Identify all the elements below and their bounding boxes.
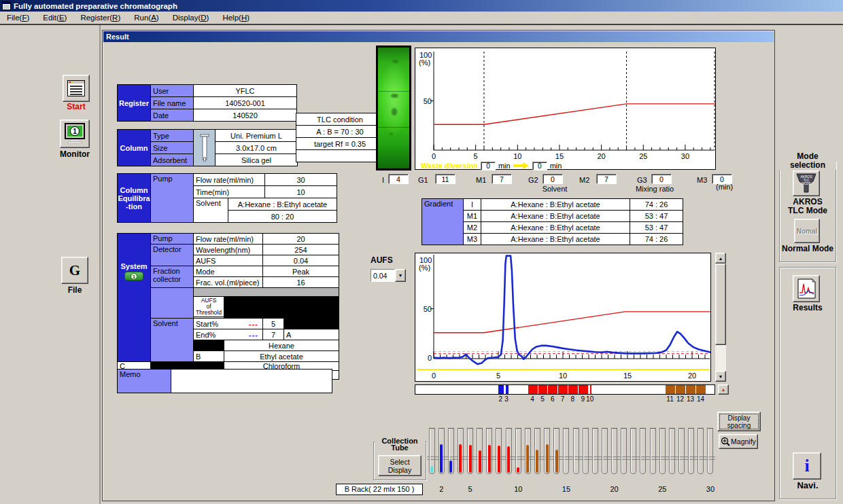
chart-scrollbar[interactable]: ▲ ▼: [715, 253, 726, 382]
system-fracvol-value[interactable]: 16: [263, 277, 339, 287]
navi-button[interactable]: i: [793, 452, 821, 480]
gradient-solvent-m3[interactable]: A:Hexane : B:Ethyl acetate: [481, 234, 630, 245]
system-end-threshold-value[interactable]: 7: [263, 329, 283, 340]
select-display-button[interactable]: SelectDisplay: [378, 455, 422, 476]
fraction-bar-spin-button[interactable]: ▲: [718, 384, 729, 395]
collection-tube-19[interactable]: [602, 428, 608, 474]
segment-field-G3[interactable]: 0: [651, 174, 672, 184]
column-type-value[interactable]: Uni. Premium L: [216, 130, 297, 141]
scroll-down-icon[interactable]: ▼: [715, 371, 726, 382]
display-spacing-button[interactable]: Displayspacing: [717, 412, 761, 431]
collection-tube-17[interactable]: [583, 428, 589, 474]
collection-tube-27[interactable]: [678, 428, 685, 474]
g-file-button[interactable]: G: [61, 257, 88, 284]
fraction-segment-4[interactable]: [528, 385, 538, 394]
start-button[interactable]: [63, 75, 90, 102]
fraction-segment-3[interactable]: [506, 385, 509, 394]
collection-tube-24[interactable]: [650, 428, 656, 474]
fraction-segment-10[interactable]: [590, 385, 591, 394]
fraction-segment-14[interactable]: [696, 385, 706, 394]
system-aufs-value[interactable]: 0.04: [263, 255, 339, 266]
normal-mode-button[interactable]: Nomal: [794, 219, 820, 243]
menu-help[interactable]: Help(H): [216, 12, 256, 23]
gradient-ratio-i[interactable]: 74 : 26: [630, 199, 683, 210]
tube-fraction-13: [546, 444, 549, 473]
register-date-value[interactable]: 140520: [194, 109, 296, 121]
collection-tube-29[interactable]: [698, 428, 704, 474]
collection-tube-20[interactable]: [611, 428, 617, 474]
fraction-segment-11[interactable]: [666, 385, 676, 394]
fraction-segment-9[interactable]: [579, 385, 589, 394]
gradient-ratio-m2[interactable]: 53 : 47: [630, 222, 683, 233]
system-start-threshold-value[interactable]: 5: [263, 319, 283, 329]
column-size-value[interactable]: 3.0x17.0 cm: [216, 142, 297, 154]
monitor-button[interactable]: 1: [60, 120, 90, 148]
segment-field-M2[interactable]: 7: [596, 174, 617, 184]
waste-diversion-field-1[interactable]: 0: [481, 162, 496, 170]
menu-file[interactable]: File(F): [0, 12, 36, 23]
segment-field-G2[interactable]: 0: [543, 174, 563, 184]
register-date-label: Date: [151, 109, 193, 121]
register-filename-value[interactable]: 140520-001: [194, 97, 296, 109]
start-icon: [67, 80, 85, 96]
equilibration-flowrate-value[interactable]: 30: [265, 174, 337, 185]
fraction-segment-13[interactable]: [686, 385, 696, 394]
akros-tlc-mode-button[interactable]: AKROS TLC MODE: [793, 170, 820, 196]
collection-tube-23[interactable]: [640, 428, 646, 474]
collection-tube-21[interactable]: [621, 428, 627, 474]
aufs-combo[interactable]: 0.04 ▼: [371, 269, 406, 282]
collection-tube-30[interactable]: [707, 428, 713, 474]
fraction-segment-6[interactable]: [548, 385, 558, 394]
gradient-solvent-i[interactable]: A:Hexane : B:Ethyl acetate: [481, 199, 630, 210]
gradient-ratio-m3[interactable]: 74 : 26: [630, 234, 683, 245]
equilibration-time-value[interactable]: 10: [265, 186, 337, 198]
collection-tube-25[interactable]: [659, 428, 666, 474]
memo-value[interactable]: [171, 370, 332, 393]
fraction-segment-5[interactable]: [538, 385, 549, 394]
gradient-ratio-m1[interactable]: 53 : 47: [630, 211, 683, 221]
collection-tube-18[interactable]: [592, 428, 598, 474]
system-wavelength-value[interactable]: 254: [263, 245, 339, 255]
menu-separator: [0, 24, 843, 25]
segment-field-M1[interactable]: 7: [492, 174, 512, 184]
chevron-down-icon[interactable]: ▼: [395, 269, 406, 282]
register-user-value[interactable]: YFLC: [194, 85, 296, 96]
aufs-combo-value[interactable]: 0.04: [371, 269, 395, 282]
system-mode-value[interactable]: Peak: [263, 266, 339, 276]
window-titlebar[interactable]: Fully automated preparative chromatograp…: [0, 0, 843, 12]
fraction-segment-2[interactable]: [498, 385, 504, 394]
system-flowrate-value[interactable]: 20: [263, 234, 339, 244]
gradient-solvent-m2[interactable]: A:Hexane : B:Ethyl acetate: [481, 222, 630, 233]
waste-diversion-field-2[interactable]: 0: [532, 162, 547, 170]
equilibration-solvent-value[interactable]: A:Hexane : B:Ethyl acetate: [228, 198, 337, 210]
collection-tube-15[interactable]: [563, 428, 569, 474]
collection-tube-26[interactable]: [669, 428, 675, 474]
results-button[interactable]: [793, 275, 820, 302]
collection-tube-28[interactable]: [688, 428, 694, 474]
fraction-segment-12[interactable]: [676, 385, 686, 394]
result-window-titlebar[interactable]: Result: [103, 31, 774, 42]
column-adsorbent-value[interactable]: Silica gel: [216, 154, 297, 166]
menu-run[interactable]: Run(A): [127, 12, 165, 23]
menu-register[interactable]: Register(R): [73, 12, 127, 23]
monitor-label: Monitor: [50, 149, 99, 159]
rack-number-30: 30: [706, 485, 715, 493]
fraction-segment-7[interactable]: [558, 385, 568, 394]
gradient-solvent-m1[interactable]: A:Hexane : B:Ethyl acetate: [481, 211, 630, 221]
collection-tube-16[interactable]: [573, 428, 579, 474]
scroll-up-icon[interactable]: ▲: [715, 253, 726, 264]
magnify-button[interactable]: Magnify: [719, 434, 758, 449]
fraction-color-bar: [415, 384, 715, 395]
solvent-a-value[interactable]: Hexane: [224, 340, 339, 350]
fraction-number-11: 11: [666, 395, 673, 403]
segment-field-G1[interactable]: 11: [435, 174, 455, 184]
aufs-threshold-value[interactable]: 0.04: [194, 317, 224, 318]
menu-display[interactable]: Display(D): [166, 12, 216, 23]
segment-field-I[interactable]: 4: [388, 174, 409, 184]
menu-edit[interactable]: Edit(E): [36, 12, 73, 23]
solvent-b-value[interactable]: Ethyl acetate: [224, 351, 339, 361]
scrollbar-thumb[interactable]: [715, 264, 726, 345]
collection-tube-22[interactable]: [630, 428, 636, 474]
fraction-segment-8[interactable]: [568, 385, 579, 394]
equilibration-solvent-ratio[interactable]: 80 : 20: [228, 211, 337, 222]
